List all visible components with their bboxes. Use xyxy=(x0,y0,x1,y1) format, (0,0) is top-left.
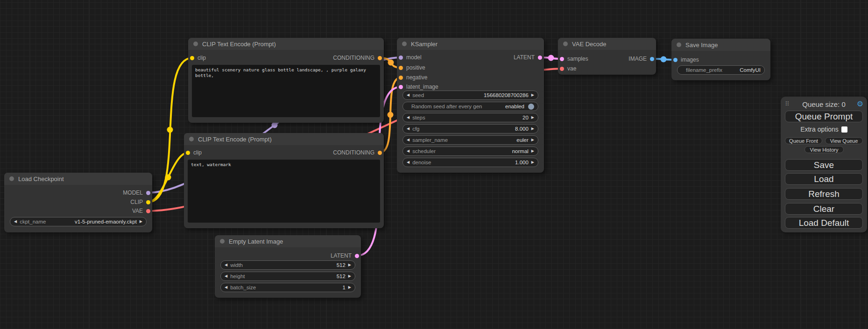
node-empty-latent-image: Empty Latent Image LATENT ◀ width 512 ▶ … xyxy=(215,235,361,298)
input-samples: samples xyxy=(560,55,588,63)
increment-arrow-icon[interactable]: ▶ xyxy=(531,93,534,97)
decrement-arrow-icon[interactable]: ◀ xyxy=(407,138,409,142)
scheduler-widget[interactable]: ◀ scheduler normal ▶ xyxy=(402,147,538,156)
output-clip: CLIP xyxy=(130,198,150,206)
collapse-dot-icon[interactable] xyxy=(220,239,225,244)
decrement-arrow-icon[interactable]: ◀ xyxy=(407,93,409,97)
node-title-bar[interactable]: VAE Decode xyxy=(558,38,656,50)
refresh-button[interactable]: Refresh xyxy=(785,188,863,200)
slot-label: LATENT xyxy=(514,54,535,61)
increment-arrow-icon[interactable]: ▶ xyxy=(531,127,534,131)
node-title-bar[interactable]: CLIP Text Encode (Prompt) xyxy=(188,38,384,50)
view-history-button[interactable]: View History xyxy=(804,146,844,153)
queue-front-button[interactable]: Queue Front xyxy=(785,137,822,144)
port-conditioning-input[interactable] xyxy=(399,66,403,70)
increment-arrow-icon[interactable]: ▶ xyxy=(140,220,142,224)
node-title-bar[interactable]: KSampler xyxy=(397,38,544,50)
port-model-output[interactable] xyxy=(146,191,150,195)
collapse-dot-icon[interactable] xyxy=(402,42,407,46)
increment-arrow-icon[interactable]: ▶ xyxy=(348,286,351,289)
seed-widget[interactable]: ◀ seed 156680208700286 ▶ xyxy=(402,91,538,100)
steps-widget[interactable]: ◀ steps 20 ▶ xyxy=(402,113,538,122)
output-vae: VAE xyxy=(132,207,150,215)
port-conditioning-output[interactable] xyxy=(378,56,382,60)
widget-value: 8.000 xyxy=(515,126,529,132)
increment-arrow-icon[interactable]: ▶ xyxy=(531,116,534,119)
increment-arrow-icon[interactable]: ▶ xyxy=(531,138,534,142)
sampler-name-widget[interactable]: ◀ sampler_name euler ▶ xyxy=(402,135,538,145)
collapse-dot-icon[interactable] xyxy=(677,42,681,47)
port-model-input[interactable] xyxy=(399,56,403,60)
decrement-arrow-icon[interactable]: ◀ xyxy=(407,149,409,153)
node-title-bar[interactable]: Save Image xyxy=(671,39,770,51)
collapse-dot-icon[interactable] xyxy=(189,137,194,141)
port-conditioning-output[interactable] xyxy=(378,151,382,155)
output-image: IMAGE xyxy=(628,55,654,63)
widget-value: enabled xyxy=(505,104,524,109)
increment-arrow-icon[interactable]: ▶ xyxy=(531,149,534,153)
input-positive: positive xyxy=(399,63,425,72)
extra-options-checkbox[interactable] xyxy=(841,126,847,133)
port-vae-input[interactable] xyxy=(560,67,564,71)
increment-arrow-icon[interactable]: ▶ xyxy=(348,263,351,267)
port-latent-input[interactable] xyxy=(560,57,564,61)
toggle-on-icon[interactable] xyxy=(528,104,534,110)
port-latent-input[interactable] xyxy=(399,85,403,89)
port-clip-output[interactable] xyxy=(146,200,150,204)
link-midpoint-dot xyxy=(661,56,667,63)
port-image-input[interactable] xyxy=(673,58,677,62)
height-widget[interactable]: ◀ height 512 ▶ xyxy=(220,272,355,281)
load-button[interactable]: Load xyxy=(785,173,863,185)
slot-label: VAE xyxy=(132,208,143,214)
collapse-dot-icon[interactable] xyxy=(193,42,198,46)
decrement-arrow-icon[interactable]: ◀ xyxy=(14,220,17,224)
clear-button[interactable]: Clear xyxy=(785,203,863,215)
port-latent-output[interactable] xyxy=(538,56,542,60)
negative-prompt-textarea[interactable]: text, watermark xyxy=(188,160,380,223)
save-button[interactable]: Save xyxy=(785,159,863,171)
link-midpoint-dot xyxy=(548,55,554,61)
node-title-bar[interactable]: CLIP Text Encode (Prompt) xyxy=(184,133,384,145)
widget-label: cfg xyxy=(412,126,419,132)
widget-value: euler xyxy=(516,137,529,143)
node-title: CLIP Text Encode (Prompt) xyxy=(202,41,276,48)
slot-label: clip xyxy=(193,149,202,156)
load-default-button[interactable]: Load Default xyxy=(785,217,863,229)
node-title: Save Image xyxy=(685,42,718,49)
decrement-arrow-icon[interactable]: ◀ xyxy=(407,161,409,164)
output-conditioning: CONDITIONING xyxy=(333,54,382,62)
node-title: Load Checkpoint xyxy=(18,175,64,182)
queue-prompt-button[interactable]: Queue Prompt xyxy=(785,111,863,122)
slot-label: IMAGE xyxy=(628,56,647,62)
port-latent-output[interactable] xyxy=(355,254,359,258)
positive-prompt-textarea[interactable]: beautiful scenery nature glass bottle la… xyxy=(192,65,380,117)
extra-options-label: Extra options xyxy=(800,126,839,133)
denoise-widget[interactable]: ◀ denoise 1.000 ▶ xyxy=(402,158,538,167)
widget-label: ckpt_name xyxy=(20,219,46,224)
ckpt-name-widget[interactable]: ◀ ckpt_name v1-5-pruned-emaonly.ckpt ▶ xyxy=(10,217,147,226)
port-image-output[interactable] xyxy=(650,57,654,61)
decrement-arrow-icon[interactable]: ◀ xyxy=(225,263,227,267)
decrement-arrow-icon[interactable]: ◀ xyxy=(407,127,409,131)
cfg-widget[interactable]: ◀ cfg 8.000 ▶ xyxy=(402,124,538,133)
decrement-arrow-icon[interactable]: ◀ xyxy=(225,286,227,289)
collapse-dot-icon[interactable] xyxy=(9,176,14,181)
port-conditioning-input[interactable] xyxy=(399,76,403,80)
width-widget[interactable]: ◀ width 512 ▶ xyxy=(220,260,355,270)
decrement-arrow-icon[interactable]: ◀ xyxy=(225,274,227,278)
node-title-bar[interactable]: Empty Latent Image xyxy=(215,235,361,247)
filename-prefix-widget[interactable]: filename_prefix ComfyUI xyxy=(677,65,765,75)
port-clip-input[interactable] xyxy=(186,151,190,155)
port-vae-output[interactable] xyxy=(146,209,150,213)
increment-arrow-icon[interactable]: ▶ xyxy=(348,274,351,278)
collapse-dot-icon[interactable] xyxy=(563,42,568,46)
port-clip-input[interactable] xyxy=(190,56,194,60)
random-seed-toggle-widget[interactable]: Random seed after every gen enabled xyxy=(402,102,538,111)
batch-size-widget[interactable]: ◀ batch_size 1 ▶ xyxy=(220,283,355,292)
decrement-arrow-icon[interactable]: ◀ xyxy=(407,116,409,119)
gear-icon[interactable]: ⚙ xyxy=(857,99,863,108)
node-title-bar[interactable]: Load Checkpoint xyxy=(4,173,152,185)
node-vae-decode: VAE Decode samples vae IMAGE xyxy=(558,38,656,75)
increment-arrow-icon[interactable]: ▶ xyxy=(531,161,534,164)
view-queue-button[interactable]: View Queue xyxy=(825,137,863,144)
